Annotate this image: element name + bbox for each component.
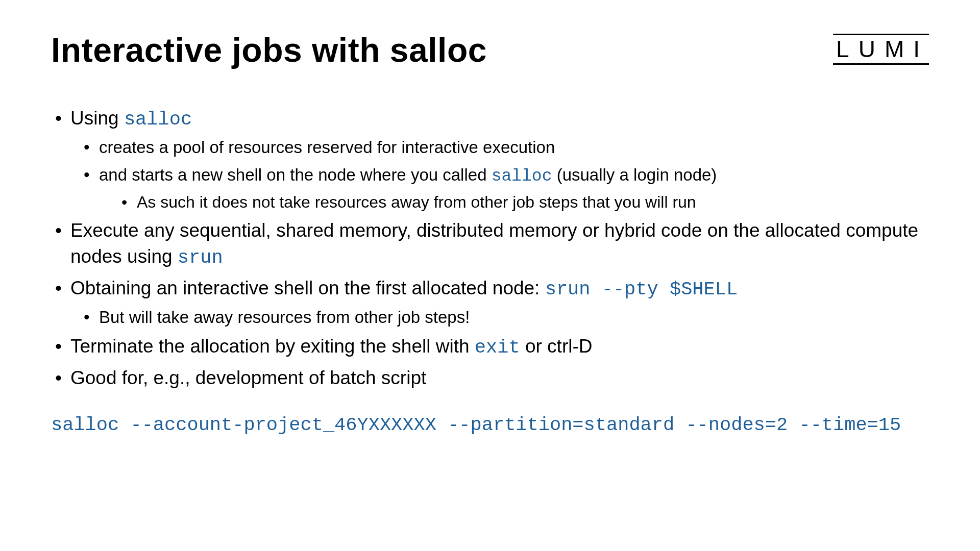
text: and starts a new shell on the node where…: [99, 165, 492, 184]
content: Using salloc creates a pool of resources…: [51, 105, 929, 438]
bullet-item: Using salloc creates a pool of resources…: [51, 105, 929, 213]
bullet-item: creates a pool of resources reserved for…: [80, 136, 929, 159]
text: Using: [70, 108, 124, 129]
command-line: salloc --account-project_46YXXXXXX --par…: [51, 412, 929, 438]
bullet-item: Obtaining an interactive shell on the fi…: [51, 275, 929, 329]
code-inline: salloc: [492, 167, 552, 186]
lumi-logo: LUMI: [833, 34, 929, 65]
bullet-item: and starts a new shell on the node where…: [80, 163, 929, 214]
header: Interactive jobs with salloc LUMI: [51, 31, 929, 69]
text: Terminate the allocation by exiting the …: [70, 336, 475, 357]
slide-title: Interactive jobs with salloc: [51, 31, 487, 69]
text: or ctrl-D: [520, 336, 593, 357]
code-inline: salloc: [124, 109, 192, 130]
code-inline: exit: [475, 337, 520, 358]
bullet-item: Terminate the allocation by exiting the …: [51, 333, 929, 361]
text: Obtaining an interactive shell on the fi…: [70, 278, 545, 298]
bullet-item: But will take away resources from other …: [80, 306, 929, 329]
bullet-item: Execute any sequential, shared memory, d…: [51, 217, 929, 271]
bullet-list: Using salloc creates a pool of resources…: [51, 105, 929, 391]
bullet-item: As such it does not take resources away …: [117, 191, 929, 213]
code-inline: srun --pty $SHELL: [545, 279, 738, 300]
text: (usually a login node): [552, 165, 717, 184]
slide: Interactive jobs with salloc LUMI Using …: [0, 0, 980, 551]
code-inline: srun: [178, 247, 223, 268]
bullet-item: Good for, e.g., development of batch scr…: [51, 365, 929, 391]
